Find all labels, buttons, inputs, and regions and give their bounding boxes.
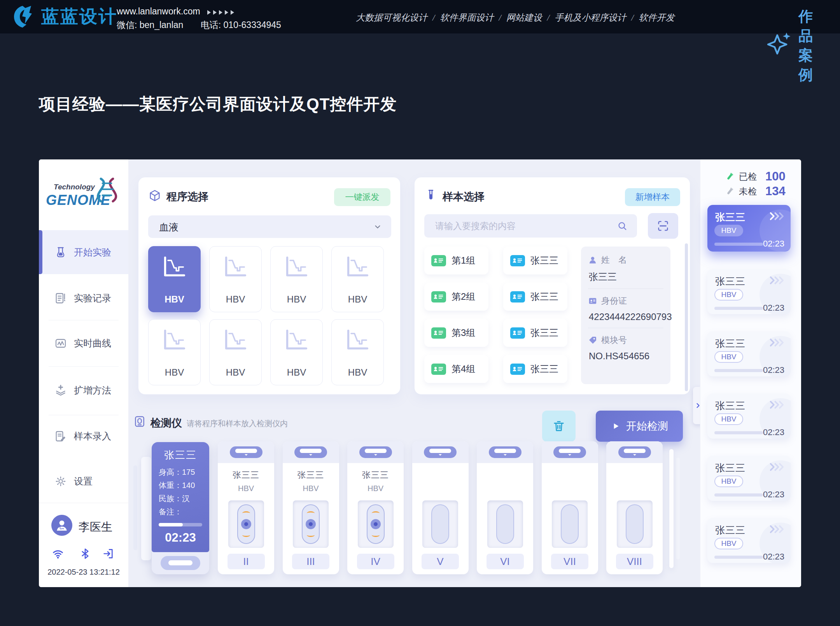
nav-item[interactable]: 手机及小程序设计 [555, 13, 626, 23]
slot-numeral: VII [551, 554, 588, 569]
program-card-5[interactable]: HBV [148, 319, 201, 385]
group-button-3[interactable]: 第3组 [424, 319, 488, 347]
divider [39, 503, 128, 503]
nav-item[interactable]: 软件界面设计 [440, 13, 494, 23]
sample-type-dropdown[interactable]: 血液 [148, 215, 391, 238]
wifi-icon[interactable] [52, 547, 64, 560]
cartridge-icon [293, 500, 329, 548]
pcr-curve-icon [284, 328, 310, 351]
one-key-dispatch-button[interactable]: 一键派发 [334, 188, 390, 206]
slot-numeral: III [292, 554, 329, 569]
program-card-4[interactable]: HBV [331, 246, 384, 312]
cube-icon [148, 189, 161, 202]
nav-item[interactable]: 大数据可视化设计 [356, 13, 427, 23]
website-url: www.lanlanwork.com [117, 6, 200, 17]
logout-icon[interactable] [102, 547, 115, 560]
program-card-6[interactable]: HBV [209, 319, 262, 385]
detector-hint: 请将程序和样本放入检测仪内 [187, 418, 288, 429]
sidebar-item-amplify-method[interactable]: 扩增方法 [39, 373, 128, 408]
cartridge-icon [487, 500, 523, 548]
sparkle-icon [761, 30, 793, 61]
start-detect-button[interactable]: 开始检测 [596, 411, 683, 442]
pcr-curve-icon [345, 328, 371, 351]
slot-patient-name: 张三三 [218, 469, 274, 481]
stacked-card-edge [133, 465, 137, 550]
detector-slot-IV[interactable]: 张三三HBVIV [347, 441, 404, 574]
name-field-label: 姓 名 [588, 254, 663, 266]
queue-patient-name: 张三三 [715, 211, 746, 224]
chevrons-right-icon [769, 275, 785, 285]
group-idcard-icon [431, 364, 446, 375]
slot-cap [283, 441, 339, 463]
sidebar-item-start-experiment[interactable]: 开始实验 [39, 230, 128, 274]
clear-button[interactable] [542, 411, 576, 442]
patient-info-line: 体重：140 [159, 479, 195, 492]
pcr-curve-icon [161, 328, 188, 351]
countdown-time: 02:23 [152, 531, 209, 545]
program-card-8[interactable]: HBV [331, 319, 384, 385]
detector-slot-active[interactable]: 张三三 身高：175体重：140民族：汉备注： 02:23 [152, 442, 209, 574]
member-button-3[interactable]: 张三三 [503, 319, 567, 347]
member-button-2[interactable]: 张三三 [503, 283, 567, 311]
genome-logo: Technology GENOME [39, 176, 128, 219]
scan-button[interactable] [648, 213, 678, 239]
amplify-method-icon [54, 384, 67, 397]
group-button-4[interactable]: 第4组 [424, 355, 488, 383]
nav-item[interactable]: 网站建设 [506, 13, 542, 23]
program-card-1[interactable]: HBV [148, 246, 201, 312]
countdown-time: 02:23 [763, 427, 784, 437]
name-value: 张三三 [589, 271, 663, 283]
tube-cap-icon [424, 446, 457, 458]
id-value: 4223444222690793 [589, 311, 663, 322]
group-button-2[interactable]: 第2组 [424, 283, 488, 311]
detector-slot-III[interactable]: 张三三HBVIII [283, 441, 339, 574]
member-button-1[interactable]: 张三三 [503, 247, 567, 275]
queue-card-5[interactable]: 张三三HBV02:23 [707, 456, 791, 501]
add-sample-button[interactable]: 新增样本 [625, 188, 680, 206]
bluetooth-icon[interactable] [79, 547, 91, 560]
sidebar-item-sample-entry[interactable]: 样本录入 [39, 419, 128, 454]
detector-slot-II[interactable]: 张三三HBVII [218, 441, 274, 574]
detector-slot-VI[interactable]: VI [477, 441, 533, 574]
program-card-7[interactable]: HBV [270, 319, 323, 385]
queue-card-6[interactable]: 张三三HBV02:23 [707, 518, 791, 563]
detector-slot-VIII[interactable]: VIII [606, 441, 663, 574]
queue-card-3[interactable]: 张三三HBV02:23 [707, 331, 791, 376]
program-card-3[interactable]: HBV [270, 246, 323, 312]
user-profile[interactable]: 李医生 [39, 514, 128, 539]
progress-bar [159, 523, 202, 526]
top-navigation: 大数据可视化设计/软件界面设计/网站建设/手机及小程序设计/软件开发 [356, 12, 675, 24]
member-button-4[interactable]: 张三三 [503, 355, 567, 383]
scrollbar[interactable] [685, 243, 688, 391]
user-name: 李医生 [79, 519, 112, 535]
sidebar-item-experiment-record[interactable]: 实验记录 [39, 281, 128, 316]
dna-helix-icon [96, 176, 118, 209]
sidebar-item-settings[interactable]: 设置 [39, 464, 128, 499]
sample-panel-title: 样本选择 [443, 190, 485, 204]
cartridge-icon [552, 500, 588, 548]
slot-cap [347, 441, 404, 463]
search-icon[interactable] [617, 220, 628, 231]
program-card-2[interactable]: HBV [209, 246, 262, 312]
stacked-card-edge [141, 457, 151, 560]
portfolio-button[interactable]: 作品案例 [761, 7, 828, 85]
forward-arrows-icon [207, 10, 234, 15]
chevrons-right-icon [769, 462, 785, 472]
queue-card-1[interactable]: 张三三HBV02:23 [707, 205, 791, 252]
queue-card-4[interactable]: 张三三HBV02:23 [707, 393, 791, 439]
patient-info-line: 备注： [159, 505, 195, 518]
person-icon [588, 255, 597, 265]
detector-slot-V[interactable]: V [412, 441, 469, 574]
logo-sub-text: Technology [54, 183, 95, 191]
divider [49, 415, 119, 415]
nav-item[interactable]: 软件开发 [639, 13, 675, 23]
group-button-1[interactable]: 第1组 [424, 247, 488, 275]
sample-entry-icon [54, 430, 67, 442]
queue-card-2[interactable]: 张三三HBV02:23 [707, 269, 791, 314]
search-input[interactable] [435, 214, 606, 238]
slot-program: HBV [347, 484, 404, 493]
sidebar-item-realtime-curve[interactable]: 实时曲线 [39, 326, 128, 361]
contact-line: 微信: ben_lanlan 电话: 010-63334945 [117, 19, 281, 31]
detector-slot-VII[interactable]: VII [542, 441, 598, 574]
lanlan-logo-icon [11, 4, 36, 29]
